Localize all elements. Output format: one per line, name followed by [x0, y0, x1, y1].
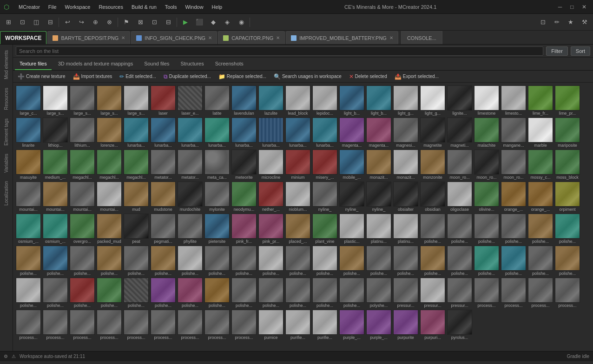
search-usages-button[interactable]: 🔍 Search usages in workspace [271, 73, 344, 80]
texture-item[interactable]: pietersite [204, 213, 231, 245]
texture-item[interactable]: monazit... [365, 149, 392, 181]
texture-item[interactable]: pink_pr... [257, 213, 284, 245]
texture-item[interactable]: polishe... [419, 213, 446, 245]
texture-item[interactable]: light_b... [338, 84, 365, 117]
texture-item[interactable]: nioblum... [284, 181, 311, 213]
texture-item[interactable]: limestone [473, 84, 500, 117]
texture-item[interactable]: polishe... [96, 245, 123, 277]
texture-item[interactable]: process... [554, 277, 581, 309]
search-input[interactable] [16, 46, 543, 56]
subtab-screenshots[interactable]: Screenshots [211, 58, 248, 70]
texture-item[interactable]: orange_... [527, 181, 554, 213]
texture-item[interactable]: mountai... [69, 181, 96, 213]
texture-item[interactable]: process... [500, 277, 527, 309]
toolbar-btn12[interactable]: ⊟ [162, 16, 175, 29]
edit-selected-button[interactable]: ✏ Edit selected... [117, 73, 159, 80]
texture-item[interactable]: polishe... [42, 277, 69, 309]
texture-item[interactable]: lithiop... [42, 117, 69, 149]
toolbar-btn11[interactable]: ⊡ [148, 16, 161, 29]
texture-item[interactable]: process... [42, 309, 69, 341]
texture-item[interactable]: process... [473, 277, 500, 309]
texture-item[interactable]: misery_... [311, 149, 338, 181]
texture-item[interactable]: purifie... [284, 309, 311, 341]
texture-item[interactable]: lunarba... [150, 117, 177, 149]
texture-item[interactable]: nyline_ [365, 181, 392, 213]
toolbar-btn2[interactable]: ⊡ [16, 16, 29, 29]
texture-item[interactable]: large_s... [96, 84, 123, 117]
menu-window[interactable]: Window [181, 3, 207, 11]
texture-item[interactable]: polishe... [257, 277, 284, 309]
texture-item[interactable]: mossy_c... [527, 149, 554, 181]
tab-info-sign[interactable]: INFO_SIGN_CHECK.PNG ✕ [131, 31, 217, 44]
texture-item[interactable]: megachl... [123, 149, 150, 181]
texture-item[interactable]: large_s... [69, 84, 96, 117]
texture-item[interactable]: platinu... [392, 213, 419, 245]
toolbar-btn10[interactable]: ⊠ [134, 16, 147, 29]
texture-item[interactable]: polishe... [69, 277, 96, 309]
texture-item[interactable]: process... [123, 309, 150, 341]
texture-item[interactable]: polishe... [338, 277, 365, 309]
texture-item[interactable]: masuyite [15, 149, 42, 181]
texture-item[interactable]: polishe... [150, 277, 177, 309]
duplicate-selected-button[interactable]: ⧉ Duplicate selected... [161, 73, 214, 80]
toolbar-pencil[interactable]: ✏ [550, 16, 563, 29]
toolbar-star[interactable]: ★ [564, 16, 577, 29]
texture-item[interactable]: medium_... [42, 149, 69, 181]
replace-selected-button[interactable]: 📁 Replace selected... [216, 73, 269, 80]
delete-selected-button[interactable]: ✕ Delete selected [346, 73, 390, 80]
tab-info-close[interactable]: ✕ [208, 35, 212, 40]
texture-item[interactable]: moon_ro... [500, 149, 527, 181]
texture-item[interactable]: meteorite [231, 149, 257, 181]
texture-item[interactable]: olivine... [473, 181, 500, 213]
texture-item[interactable]: polishe... [473, 245, 500, 277]
tab-baryte-close[interactable]: ✕ [121, 35, 125, 40]
texture-item[interactable]: monazit... [392, 149, 419, 181]
texture-item[interactable]: purple_... [365, 309, 392, 341]
texture-item[interactable]: light_b... [365, 84, 392, 117]
texture-item[interactable]: pressur... [446, 277, 473, 309]
texture-item[interactable]: mylonite [204, 181, 231, 213]
texture-item[interactable]: lime_fr... [527, 84, 554, 117]
toolbar-btn4[interactable]: ⊟ [44, 16, 57, 29]
texture-item[interactable]: moon_ro... [473, 149, 500, 181]
texture-item[interactable]: lunarba... [177, 117, 204, 149]
texture-item[interactable]: large_s... [42, 84, 69, 117]
menu-tools[interactable]: Tools [161, 3, 181, 11]
menu-mcreator[interactable]: MCreator [15, 3, 44, 11]
toolbar-btn9[interactable]: ⚑ [120, 16, 133, 29]
texture-item[interactable]: polishe... [365, 245, 392, 277]
texture-item[interactable]: polishe... [123, 245, 150, 277]
texture-item[interactable]: purple_... [338, 309, 365, 341]
sidebar-item-element-tags[interactable]: Element tags [2, 115, 11, 149]
texture-item[interactable]: placed_... [284, 213, 311, 245]
texture-item[interactable]: polishe... [338, 245, 365, 277]
texture-item[interactable]: minium [284, 149, 311, 181]
toolbar-btn16[interactable]: ◉ [235, 16, 248, 29]
texture-item[interactable]: polishe... [257, 245, 284, 277]
texture-item[interactable]: lorenze... [96, 117, 123, 149]
texture-item[interactable]: polishe... [204, 245, 231, 277]
texture-item[interactable]: polishe... [284, 245, 311, 277]
texture-item[interactable]: polishe... [473, 213, 500, 245]
texture-item[interactable]: polishe... [15, 277, 42, 309]
texture-item[interactable]: latite [204, 84, 231, 117]
texture-item[interactable]: orpiment [554, 181, 581, 213]
menu-help[interactable]: Help [208, 3, 226, 11]
texture-item[interactable]: limesto... [500, 84, 527, 117]
texture-item[interactable]: polishe... [527, 245, 554, 277]
texture-item[interactable]: mountai... [15, 181, 42, 213]
texture-item[interactable]: magenta... [365, 117, 392, 149]
texture-item[interactable]: polishe... [446, 245, 473, 277]
texture-item[interactable]: lunarba... [311, 117, 338, 149]
texture-item[interactable]: polyshe... [365, 277, 392, 309]
texture-item[interactable]: overgro... [69, 213, 96, 245]
texture-item[interactable]: lead_block [284, 84, 311, 117]
maximize-button[interactable]: □ [567, 2, 577, 12]
toolbar-grid-btn[interactable]: ⊞ [2, 16, 15, 29]
sidebar-item-localization[interactable]: Localization [2, 177, 11, 209]
tab-improved-close[interactable]: ✕ [389, 35, 393, 40]
texture-item[interactable]: process... [69, 309, 96, 341]
texture-item[interactable]: lunarba... [231, 117, 257, 149]
toolbar-btn13[interactable]: ⬛ [193, 16, 206, 29]
texture-item[interactable]: monzonite [419, 149, 446, 181]
